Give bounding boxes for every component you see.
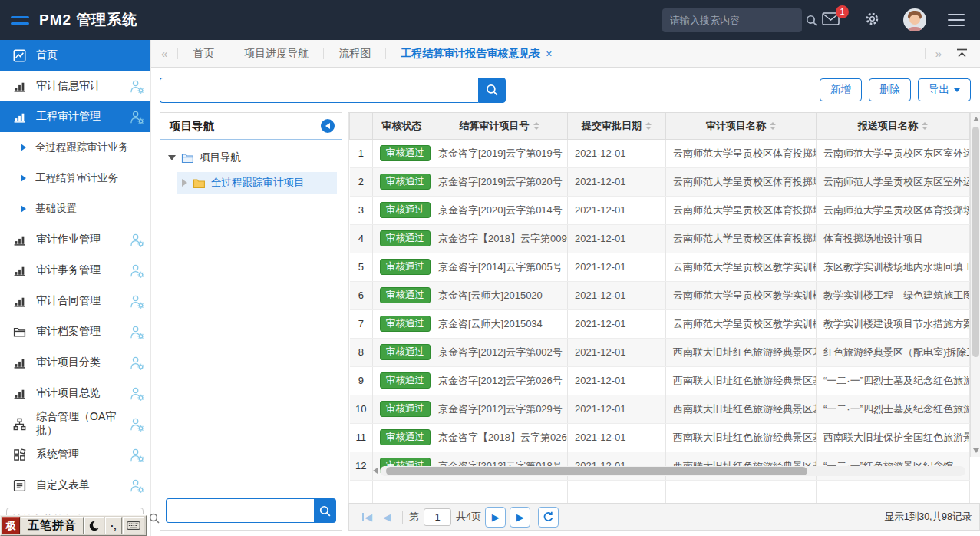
sidebar-item[interactable]: 综合管理（OA审批） <box>0 409 150 439</box>
page-number-input[interactable] <box>424 508 451 526</box>
tree-search-input[interactable] <box>166 498 314 523</box>
grid-icon <box>13 448 26 462</box>
tab-1[interactable]: 首页 <box>178 40 229 67</box>
tab-2[interactable]: 项目进度导航 <box>229 40 323 67</box>
next-page-button[interactable]: ▶ <box>485 507 506 528</box>
scroll-up-icon[interactable] <box>973 117 979 121</box>
sidebar-item[interactable]: 首页 <box>0 40 150 71</box>
sidebar-subitem[interactable]: 工程结算审计业务 <box>0 163 150 194</box>
tree-node-root[interactable]: 项目导航 <box>160 147 342 167</box>
status-badge: 审核通过 <box>380 316 431 333</box>
global-search[interactable] <box>662 8 802 32</box>
ime-keyboard-icon[interactable] <box>123 517 144 534</box>
horizontal-scroll-thumb[interactable] <box>386 467 807 475</box>
ime-mode-button[interactable]: 五笔拼音 <box>21 517 84 534</box>
report-name-cell: “一二·一”四烈士墓及纪念红色旅游 <box>817 366 970 395</box>
bar-chart-icon <box>13 387 26 400</box>
sidebar-subitem[interactable]: 全过程跟踪审计业务 <box>0 132 150 163</box>
col-audit-name[interactable]: 审计项目名称 <box>666 113 817 139</box>
tabs-scroll-right-icon[interactable]: » <box>926 47 952 60</box>
sidebar-item[interactable]: 审计信息审计 <box>0 71 150 101</box>
sidebar-item[interactable]: 审计项目分类 <box>0 347 150 378</box>
tree-node-label[interactable]: 项目导航 <box>200 151 241 164</box>
search-icon[interactable] <box>805 14 818 27</box>
tab-4[interactable]: 工程结算审计报告审核意见表× <box>386 40 566 67</box>
tree-node-child-selected[interactable]: 全过程跟踪审计项目 <box>177 172 337 194</box>
sort-icon[interactable] <box>533 122 539 130</box>
scroll-down-icon[interactable] <box>973 448 979 453</box>
ime-halfwidth-moon-icon[interactable] <box>84 517 104 534</box>
col-code[interactable]: 结算审计项目号 <box>431 113 568 139</box>
sidebar-item[interactable]: 审计作业管理 <box>0 224 150 255</box>
main-search-input[interactable] <box>160 78 478 103</box>
table-row[interactable]: 3审核通过京金咨字[2020]云字第014号2021-12-01云南师范大学呈贡… <box>350 196 970 224</box>
table-row[interactable]: 5审核通过京金咨字[2014]云字第005号2021-12-01云南师范大学呈贡… <box>350 253 970 281</box>
sidebar-item[interactable]: 审计项目总览 <box>0 378 150 409</box>
tree-node-label[interactable]: 全过程跟踪审计项目 <box>211 176 305 190</box>
export-button[interactable]: 导出 <box>918 78 971 101</box>
tree-expander-closed-icon[interactable] <box>182 179 187 187</box>
table-row[interactable]: 7审核通过京金咨[云师大]20150342021-12-01云南师范大学呈贡校区… <box>350 309 970 338</box>
settings-button[interactable] <box>864 11 880 30</box>
tree-search-button[interactable] <box>314 498 336 523</box>
first-page-button[interactable]: ◀ <box>362 511 372 523</box>
sidebar-item[interactable]: 自定义表单 <box>0 470 150 501</box>
sort-icon[interactable] <box>922 122 928 130</box>
col-date[interactable]: 提交审批日期 <box>568 113 666 139</box>
table-row[interactable]: 1审核通过京金咨字[2019]云字第019号2021-12-01云南师范大学呈贡… <box>350 139 970 167</box>
ime-punctuation-button[interactable]: ·, <box>105 517 122 534</box>
menu-toggle-icon[interactable] <box>11 16 29 25</box>
sidebar-item[interactable]: 系统管理 <box>0 439 150 470</box>
table-row[interactable]: 2审核通过京金咨字[2019]云字第020号2021-12-01云南师范大学呈贡… <box>350 167 970 196</box>
table-row[interactable]: 4审核通过京金咨字【2018】云字第009号2021-12-01云南师范大学呈贡… <box>350 224 970 253</box>
more-menu-icon[interactable] <box>948 14 965 26</box>
sort-icon[interactable] <box>770 122 776 130</box>
tab-3[interactable]: 流程图 <box>324 40 385 67</box>
last-page-button[interactable]: ▶ <box>510 507 530 528</box>
ime-logo[interactable]: 极 <box>2 517 20 534</box>
tree-expander-open-icon[interactable] <box>168 155 176 160</box>
user-gear-icon[interactable] <box>130 263 144 278</box>
user-gear-icon[interactable] <box>130 386 144 401</box>
sidebar-item[interactable]: 审计档案管理 <box>0 316 150 347</box>
table-row[interactable]: 11审核通过京金咨字【2018】云字第026号2021-12-01西南联大旧址红… <box>350 423 970 452</box>
avatar[interactable] <box>903 8 926 31</box>
user-gear-icon[interactable] <box>130 294 144 309</box>
table-row[interactable]: 6审核通过京金咨[云师大]20150202021-12-01云南师范大学呈贡校区… <box>350 281 970 309</box>
vertical-scroll-thumb[interactable] <box>972 127 979 357</box>
mail-button[interactable]: 1 <box>822 12 840 28</box>
delete-button[interactable]: 删除 <box>869 78 911 101</box>
search-icon[interactable] <box>148 512 160 528</box>
table-row[interactable]: 9审核通过京金咨字[2012]云字第026号2021-12-01西南联大旧址红色… <box>350 366 970 395</box>
main-search-button[interactable] <box>478 78 506 103</box>
code-cell: 京金咨字[2012]云字第026号 <box>431 366 568 395</box>
report-name-cell: 云南师范大学呈贡校区东区室外运动 <box>817 139 970 167</box>
add-button[interactable]: 新增 <box>820 78 862 101</box>
scroll-left-icon[interactable] <box>373 468 378 474</box>
sort-icon[interactable] <box>645 122 652 130</box>
user-gear-icon[interactable] <box>130 356 144 370</box>
table-row[interactable]: 10审核通过京金咨字[2012]云字第029号2021-12-01西南联大旧址红… <box>350 395 970 423</box>
sidebar-subitem[interactable]: 基础设置 <box>0 194 150 224</box>
tab-close-icon[interactable]: × <box>546 48 552 60</box>
horizontal-scrollbar[interactable] <box>373 465 965 476</box>
vertical-scrollbar[interactable] <box>970 113 980 457</box>
sidebar-item[interactable]: 审计事务管理 <box>0 255 150 286</box>
user-gear-icon[interactable] <box>130 79 144 94</box>
tabs-scroll-left-icon[interactable]: « <box>151 47 177 60</box>
sidebar-item[interactable]: 工程审计管理 <box>0 101 150 132</box>
user-gear-icon[interactable] <box>130 110 144 124</box>
user-gear-icon[interactable] <box>130 233 144 247</box>
user-gear-icon[interactable] <box>130 417 144 432</box>
collapse-panel-icon[interactable] <box>952 48 980 58</box>
global-search-input[interactable] <box>670 15 805 26</box>
sidebar-item[interactable]: 审计合同管理 <box>0 286 150 316</box>
col-report-name[interactable]: 报送项目名称 <box>817 113 970 139</box>
user-gear-icon[interactable] <box>130 325 144 339</box>
table-row[interactable]: 8审核通过京金咨字[2012]云字第002号2021-12-01西南联大旧址红色… <box>350 338 970 366</box>
prev-page-button[interactable]: ◀ <box>383 511 391 523</box>
collapse-tree-button[interactable] <box>321 119 335 133</box>
user-gear-icon[interactable] <box>130 448 144 462</box>
user-gear-icon[interactable] <box>130 478 144 493</box>
refresh-button[interactable] <box>538 507 559 528</box>
